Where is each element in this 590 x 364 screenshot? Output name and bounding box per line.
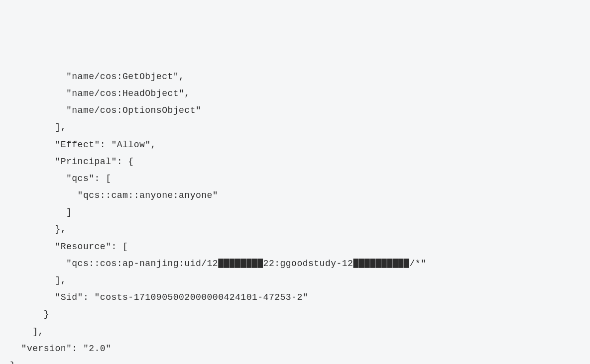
code-line: }	[10, 309, 49, 319]
code-line: "name/cos:HeadObject",	[10, 89, 190, 98]
code-line: ]	[10, 207, 72, 217]
code-line: "Principal": {	[10, 157, 134, 167]
code-line: "version": "2.0"	[10, 344, 111, 354]
code-line: }	[10, 361, 15, 364]
code-line: "qcs": [	[10, 174, 111, 183]
code-line: "qcs::cam::anyone:anyone"	[10, 190, 218, 200]
code-line: "name/cos:GetObject",	[10, 72, 184, 82]
code-line: ],	[10, 327, 44, 337]
code-block: "name/cos:GetObject", "name/cos:HeadObje…	[0, 68, 590, 364]
code-line: },	[10, 224, 66, 234]
code-line: "Sid": "costs-1710905002000000424101-472…	[10, 292, 308, 302]
code-line: ],	[10, 122, 66, 132]
code-line: "Effect": "Allow",	[10, 140, 156, 150]
code-line: ],	[10, 275, 66, 285]
code-line: "qcs::cos:ap-nanjing:uid/12████████22:gg…	[10, 259, 426, 269]
code-line: "Resource": [	[10, 242, 128, 252]
code-line: "name/cos:OptionsObject"	[10, 105, 201, 115]
